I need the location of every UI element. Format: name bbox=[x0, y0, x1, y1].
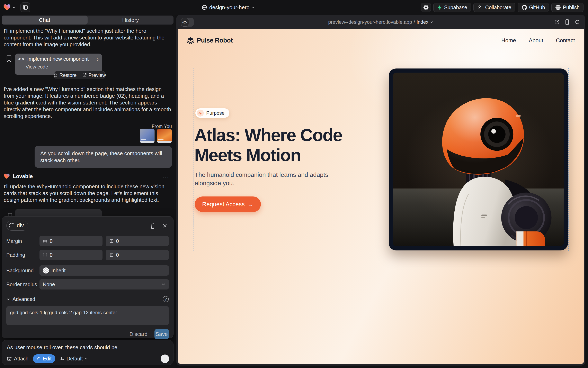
sliders-icon bbox=[60, 356, 65, 361]
margin-y-input[interactable]: 0 bbox=[106, 236, 169, 246]
padding-label: Padding bbox=[6, 252, 39, 258]
message-more-button[interactable]: ... bbox=[163, 173, 169, 180]
thumbnail-text-decoration bbox=[141, 139, 146, 140]
margin-x-input[interactable]: 0 bbox=[39, 236, 103, 246]
external-link-icon bbox=[82, 73, 87, 77]
site-nav-links: Home About Contact bbox=[501, 37, 575, 44]
restore-button[interactable]: Restore bbox=[51, 72, 79, 78]
background-row: Background Inherit bbox=[6, 265, 169, 276]
selected-element-tag: div bbox=[17, 222, 24, 229]
background-label: Background bbox=[6, 268, 39, 274]
thumbnail-footer-strip bbox=[140, 141, 154, 143]
user-plus-icon bbox=[477, 5, 483, 10]
border-radius-value: None bbox=[43, 282, 55, 287]
help-icon[interactable]: ? bbox=[163, 296, 169, 302]
chevron-down-icon bbox=[430, 20, 433, 24]
site-viewport: Pulse Robot Home About Contact Purpose A… bbox=[178, 29, 584, 364]
sidebar-panel-icon bbox=[23, 5, 28, 10]
collaborate-label: Collaborate bbox=[485, 4, 511, 10]
view-code-link[interactable]: View code bbox=[26, 64, 99, 70]
background-input[interactable]: Inherit bbox=[39, 265, 169, 276]
preview-button[interactable]: Preview bbox=[80, 72, 108, 78]
inspector-actions bbox=[150, 223, 168, 229]
chevron-down-icon bbox=[252, 6, 255, 9]
lovable-heart-icon bbox=[3, 4, 11, 11]
site-brand[interactable]: Pulse Robot bbox=[187, 37, 233, 44]
tab-chat[interactable]: Chat bbox=[2, 16, 87, 25]
assistant-header-row: Lovable ... bbox=[4, 173, 171, 180]
request-access-button[interactable]: Request Access → bbox=[195, 196, 261, 212]
element-inspector-panel: div Margin 0 bbox=[2, 216, 173, 338]
purpose-badge-label: Purpose bbox=[206, 110, 224, 116]
advanced-classes-textarea[interactable]: grid grid-cols-1 lg:grid-cols-2 gap-12 i… bbox=[6, 306, 169, 325]
project-selector[interactable]: design-your-hero bbox=[201, 0, 255, 15]
advanced-section-toggle[interactable]: Advanced ? bbox=[6, 296, 169, 302]
margin-horizontal-icon bbox=[43, 239, 47, 243]
restore-preview-toolbar: Restore Preview bbox=[54, 71, 105, 79]
preview-url-bar[interactable]: preview--design-your-hero.lovable.app / … bbox=[176, 15, 585, 29]
site-navbar: Pulse Robot Home About Contact bbox=[187, 37, 575, 44]
attachment-image-2[interactable] bbox=[157, 129, 172, 143]
preview-url-host: preview--design-your-hero.lovable.app bbox=[328, 19, 412, 25]
attachment-image-1[interactable] bbox=[140, 129, 155, 143]
padding-y-input[interactable]: 0 bbox=[106, 250, 169, 260]
border-radius-select[interactable]: None bbox=[39, 279, 169, 289]
background-value: Inherit bbox=[51, 268, 66, 274]
padding-x-input[interactable]: 0 bbox=[39, 250, 103, 260]
send-button[interactable]: ↑ bbox=[161, 355, 169, 363]
open-in-new-window-icon[interactable] bbox=[554, 19, 560, 25]
nav-link-home[interactable]: Home bbox=[501, 37, 516, 44]
padding-vertical-icon bbox=[109, 253, 114, 257]
margin-x-value: 0 bbox=[50, 238, 53, 244]
publish-label: Publish bbox=[563, 4, 580, 10]
padding-horizontal-icon bbox=[43, 253, 47, 257]
supabase-button[interactable]: Supabase bbox=[433, 3, 471, 12]
lovable-heart-icon bbox=[4, 173, 10, 179]
pulse-icon bbox=[197, 110, 204, 117]
github-icon bbox=[522, 5, 527, 10]
up-arrow-icon: ↑ bbox=[164, 356, 166, 362]
edit-mode-button[interactable]: Edit bbox=[33, 354, 55, 363]
hero-subheading: The humanoid companion that learns and a… bbox=[195, 171, 334, 187]
model-label: Default bbox=[66, 356, 83, 362]
top-bar: design-your-hero Supabase Collaborate bbox=[0, 0, 588, 15]
chevron-down-icon bbox=[6, 297, 10, 301]
discard-button[interactable]: Discard bbox=[130, 331, 148, 337]
composer-toolbar: Attach Edit Default bbox=[7, 354, 169, 363]
partially-hidden-card bbox=[15, 209, 102, 217]
attach-button[interactable]: Attach bbox=[7, 356, 28, 362]
save-button[interactable]: Save bbox=[154, 329, 169, 339]
bookmark-icon[interactable] bbox=[6, 55, 12, 63]
refresh-icon[interactable] bbox=[575, 19, 580, 25]
arrow-right-icon: → bbox=[247, 201, 254, 208]
robot-image bbox=[393, 73, 564, 246]
project-name: design-your-hero bbox=[209, 4, 250, 11]
toggle-sidebar-button[interactable] bbox=[20, 2, 30, 12]
publish-button[interactable]: Publish bbox=[551, 3, 584, 12]
border-radius-label: Border radius bbox=[6, 282, 39, 287]
chat-input[interactable] bbox=[7, 344, 169, 351]
top-bar-left bbox=[0, 2, 30, 12]
attachment-thumbnails bbox=[140, 129, 172, 143]
trash-icon[interactable] bbox=[150, 223, 155, 229]
margin-vertical-icon bbox=[109, 239, 114, 243]
inspector-footer: Discard Save bbox=[6, 329, 169, 339]
collaborate-button[interactable]: Collaborate bbox=[474, 3, 515, 12]
from-you-label: From You bbox=[152, 124, 172, 129]
selected-element-chip[interactable]: div bbox=[6, 221, 28, 231]
request-access-label: Request Access bbox=[202, 201, 245, 208]
padding-y-value: 0 bbox=[116, 252, 119, 258]
dashed-selection-icon bbox=[9, 223, 14, 228]
assistant-message-3: I'll update the WhyHumanoid component to… bbox=[4, 183, 172, 203]
github-button[interactable]: GitHub bbox=[518, 3, 549, 12]
nav-link-contact[interactable]: Contact bbox=[556, 37, 575, 44]
settings-button[interactable] bbox=[421, 3, 431, 12]
mobile-view-icon[interactable] bbox=[565, 19, 569, 25]
hero-image-card bbox=[389, 68, 568, 250]
close-icon[interactable] bbox=[162, 223, 168, 228]
nav-link-about[interactable]: About bbox=[529, 37, 543, 44]
lovable-menu-button[interactable] bbox=[3, 4, 16, 11]
model-selector[interactable]: Default bbox=[60, 356, 88, 362]
preview-url-page: index bbox=[417, 19, 428, 25]
tab-history[interactable]: History bbox=[87, 16, 173, 25]
